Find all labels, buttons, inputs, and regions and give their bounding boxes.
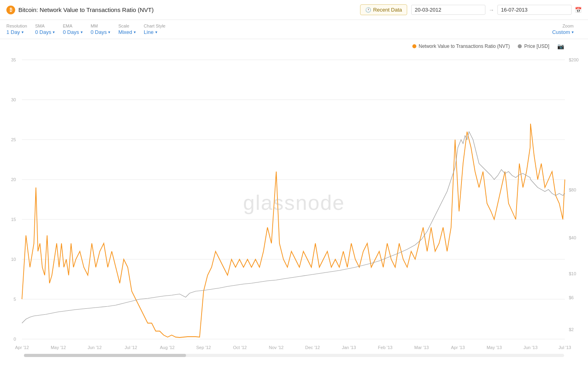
svg-text:Jun '12: Jun '12 bbox=[87, 345, 101, 350]
nvt-legend-label: Network Value to Transactions Ratio (NVT… bbox=[419, 43, 510, 49]
nvt-legend-item: Network Value to Transactions Ratio (NVT… bbox=[412, 43, 510, 49]
sma-caret-icon: ▾ bbox=[53, 30, 55, 34]
page-header: ₿ Bitcoin: Network Value to Transactions… bbox=[0, 0, 588, 20]
resolution-group: Resolution 1 Day ▾ bbox=[6, 24, 27, 35]
header-right: 🕐 Recent Data → 📅 bbox=[360, 4, 582, 15]
sma-value: 0 Days bbox=[35, 29, 51, 35]
zoom-select[interactable]: Custom ▾ bbox=[552, 29, 574, 35]
price-legend-dot bbox=[518, 44, 522, 48]
svg-text:0: 0 bbox=[14, 337, 16, 341]
svg-text:25: 25 bbox=[11, 137, 16, 142]
svg-text:Mar '13: Mar '13 bbox=[414, 345, 429, 350]
date-start-input[interactable] bbox=[411, 5, 485, 15]
svg-text:Apr '13: Apr '13 bbox=[451, 345, 465, 350]
svg-text:$80: $80 bbox=[569, 187, 576, 192]
mm-value: 0 Days bbox=[91, 29, 107, 35]
svg-text:20: 20 bbox=[11, 177, 16, 182]
svg-text:Dec '12: Dec '12 bbox=[305, 345, 320, 350]
chart-style-group: Chart Style Line ▾ bbox=[144, 24, 165, 35]
resolution-caret-icon: ▾ bbox=[22, 30, 24, 34]
svg-text:15: 15 bbox=[11, 217, 16, 222]
camera-icon[interactable]: 📷 bbox=[557, 43, 564, 49]
recent-data-label: Recent Data bbox=[373, 7, 402, 13]
resolution-select[interactable]: 1 Day ▾ bbox=[6, 29, 27, 35]
scale-select[interactable]: Mixed ▾ bbox=[118, 29, 136, 35]
header-left: ₿ Bitcoin: Network Value to Transactions… bbox=[6, 6, 154, 14]
ema-select[interactable]: 0 Days ▾ bbox=[63, 29, 82, 35]
recent-data-button[interactable]: 🕐 Recent Data bbox=[360, 4, 407, 15]
date-arrow-icon: → bbox=[489, 7, 494, 13]
bitcoin-icon: ₿ bbox=[6, 6, 15, 14]
mm-select[interactable]: 0 Days ▾ bbox=[91, 29, 110, 35]
date-end-input[interactable] bbox=[497, 5, 572, 15]
svg-text:$2: $2 bbox=[569, 327, 574, 332]
mm-label: MM bbox=[91, 24, 110, 28]
chart-svg: .grid-line { stroke: #e8e8e8; stroke-wid… bbox=[0, 52, 588, 353]
price-legend-label: Price [USD] bbox=[524, 43, 549, 49]
svg-text:10: 10 bbox=[11, 257, 16, 262]
resolution-value: 1 Day bbox=[6, 29, 20, 35]
date-range: → 📅 bbox=[411, 5, 582, 15]
price-legend-item: Price [USD] bbox=[518, 43, 549, 49]
sma-group: SMA 0 Days ▾ bbox=[35, 24, 55, 35]
svg-text:$6: $6 bbox=[569, 295, 574, 300]
chart-style-value: Line bbox=[144, 29, 154, 35]
svg-text:35: 35 bbox=[11, 57, 16, 62]
zoom-value: Custom bbox=[552, 29, 570, 35]
mm-caret-icon: ▾ bbox=[108, 30, 110, 34]
mm-group: MM 0 Days ▾ bbox=[91, 24, 110, 35]
svg-text:Jul '13: Jul '13 bbox=[558, 345, 571, 350]
legend: Network Value to Transactions Ratio (NVT… bbox=[0, 39, 588, 52]
svg-text:Aug '12: Aug '12 bbox=[160, 345, 175, 350]
svg-text:Jun '13: Jun '13 bbox=[523, 345, 537, 350]
sma-select[interactable]: 0 Days ▾ bbox=[35, 29, 55, 35]
svg-text:30: 30 bbox=[11, 97, 16, 102]
svg-text:Feb '13: Feb '13 bbox=[378, 345, 392, 350]
svg-text:$40: $40 bbox=[569, 235, 576, 240]
scale-group: Scale Mixed ▾ bbox=[118, 24, 136, 35]
svg-text:$10: $10 bbox=[569, 271, 576, 276]
scrollbar-thumb[interactable] bbox=[24, 354, 186, 357]
chart-style-caret-icon: ▾ bbox=[155, 30, 157, 34]
chart-style-select[interactable]: Line ▾ bbox=[144, 29, 165, 35]
svg-text:5: 5 bbox=[14, 297, 16, 302]
toolbar: Resolution 1 Day ▾ SMA 0 Days ▾ EMA 0 Da… bbox=[0, 20, 588, 39]
svg-text:$200: $200 bbox=[569, 57, 578, 62]
chart-area: glassnode .grid-line { stroke: #e8e8e8; … bbox=[0, 52, 588, 353]
svg-text:May '12: May '12 bbox=[51, 345, 66, 350]
zoom-group: Zoom Custom ▾ bbox=[552, 24, 574, 35]
scale-label: Scale bbox=[118, 24, 136, 28]
svg-text:Oct '12: Oct '12 bbox=[233, 345, 247, 350]
zoom-label: Zoom bbox=[562, 24, 574, 28]
ema-group: EMA 0 Days ▾ bbox=[63, 24, 82, 35]
calendar-icon[interactable]: 📅 bbox=[575, 7, 582, 13]
svg-text:Jan '13: Jan '13 bbox=[342, 345, 356, 350]
svg-text:Nov '12: Nov '12 bbox=[269, 345, 284, 350]
svg-text:Apr '12: Apr '12 bbox=[15, 345, 29, 350]
nvt-legend-dot bbox=[412, 44, 416, 48]
scale-value: Mixed bbox=[118, 29, 132, 35]
page-title: Bitcoin: Network Value to Transactions R… bbox=[18, 6, 154, 13]
ema-caret-icon: ▾ bbox=[81, 30, 83, 34]
scale-caret-icon: ▾ bbox=[134, 30, 136, 34]
clock-icon: 🕐 bbox=[365, 7, 371, 13]
resolution-label: Resolution bbox=[6, 24, 27, 28]
svg-text:May '13: May '13 bbox=[487, 345, 502, 350]
scrollbar-container[interactable] bbox=[24, 354, 564, 357]
ema-value: 0 Days bbox=[63, 29, 79, 35]
svg-text:Jul '12: Jul '12 bbox=[125, 345, 137, 350]
svg-text:Sep '12: Sep '12 bbox=[196, 345, 211, 350]
sma-label: SMA bbox=[35, 24, 55, 28]
ema-label: EMA bbox=[63, 24, 82, 28]
zoom-caret-icon: ▾ bbox=[572, 30, 574, 34]
chart-style-label: Chart Style bbox=[144, 24, 165, 28]
